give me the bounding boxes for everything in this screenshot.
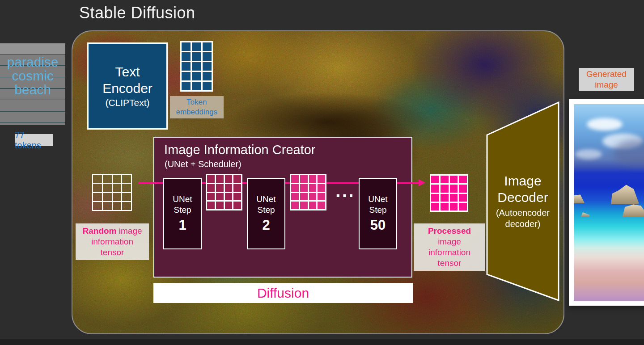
grid-cell <box>207 175 215 183</box>
grid-cell <box>203 42 212 51</box>
grid-cell <box>291 175 299 183</box>
text-encoder-subtitle: (CLIPText) <box>105 97 149 109</box>
grid-cell <box>431 194 439 202</box>
grid-cell <box>112 183 122 192</box>
image-decoder-subtitle: (Autoencoder decoder) <box>487 207 559 230</box>
grid-cell <box>182 52 191 61</box>
processed-tensor-label: Processed image information tensor <box>414 223 485 271</box>
grid-cell <box>207 202 215 209</box>
grid-cell <box>441 194 449 202</box>
grid-cell <box>192 42 201 51</box>
grid-cell <box>233 175 241 183</box>
latent-grid-step2 <box>290 174 326 210</box>
grid-cell <box>203 62 212 71</box>
iic-subtitle: (UNet + Scheduler) <box>165 159 242 169</box>
rock-shape <box>623 204 644 217</box>
grid-cell <box>459 203 467 210</box>
grid-cell <box>203 82 212 90</box>
stable-diffusion-canvas: Text Encoder (CLIPText) Token embeddings… <box>72 30 564 334</box>
grid-cell <box>182 72 191 80</box>
grid-cell <box>182 42 191 51</box>
grid-cell <box>225 202 233 209</box>
grid-cell <box>216 202 224 209</box>
generated-image-label: Generated image <box>579 68 634 91</box>
grid-cell <box>122 183 131 192</box>
grid-cell <box>182 62 191 71</box>
slide: { "page": { "title": "Stable Diffusion" … <box>0 0 644 345</box>
grid-cell <box>192 52 201 61</box>
grid-cell <box>441 185 449 192</box>
grid-cell <box>192 62 201 71</box>
grid-cell <box>192 72 201 80</box>
grid-cell <box>318 184 325 192</box>
grid-cell <box>122 174 131 183</box>
grid-cell <box>225 193 233 201</box>
processed-tensor-label-bold: Processed <box>428 226 471 236</box>
grid-cell <box>93 202 102 210</box>
text-encoder-box: Text Encoder (CLIPText) <box>87 42 168 130</box>
token-embeddings-label: Token embeddings <box>170 96 224 118</box>
grid-cell <box>431 203 439 210</box>
image-decoder-text: Image Decoder (Autoencoder decoder) <box>487 172 559 230</box>
random-tensor-label: Random image information tensor <box>76 223 149 260</box>
random-tensor-label-bold: Random <box>82 226 116 236</box>
unet-step-label: UNet Step <box>253 194 280 215</box>
grid-cell <box>233 184 241 192</box>
grid-cell <box>309 202 317 209</box>
unet-step-number: 2 <box>262 217 270 233</box>
grid-cell <box>459 185 467 192</box>
grid-cell <box>102 174 112 183</box>
grid-cell <box>291 184 299 192</box>
grid-cell <box>203 52 212 61</box>
grid-cell <box>216 184 224 192</box>
ellipsis: ... <box>335 189 353 193</box>
prompt-paper: paradise cosmic beach <box>0 43 65 125</box>
grid-cell <box>216 193 224 201</box>
rock-shape <box>574 194 585 203</box>
grid-cell <box>431 185 439 192</box>
grid-cell <box>459 176 467 183</box>
diffusion-banner: Diffusion <box>153 283 413 303</box>
grid-cell <box>318 202 325 209</box>
grid-cell <box>102 193 112 202</box>
processed-tensor-grid <box>430 174 468 212</box>
grid-cell <box>450 203 458 210</box>
flow-arrowhead-icon <box>419 179 425 186</box>
grid-cell <box>112 193 122 202</box>
grid-cell <box>309 175 317 183</box>
grid-cell <box>203 72 212 80</box>
grid-cell <box>225 175 233 183</box>
grid-cell <box>207 193 215 201</box>
grid-cell <box>450 185 458 192</box>
generated-image-frame <box>569 99 644 306</box>
unet-step-label: UNet Step <box>364 194 391 215</box>
page-title: Stable Diffusion <box>79 4 195 22</box>
grid-cell <box>441 176 449 183</box>
grid-cell <box>182 82 191 90</box>
grid-cell <box>112 174 122 183</box>
cloud-shape <box>575 149 602 159</box>
grid-cell <box>93 193 102 202</box>
grid-cell <box>309 193 317 201</box>
grid-cell <box>192 82 201 90</box>
grid-cell <box>459 194 467 202</box>
iic-title: Image Information Creator <box>164 143 315 157</box>
grid-cell <box>122 202 131 210</box>
latent-grid-step1 <box>206 174 242 210</box>
grid-cell <box>225 184 233 192</box>
grid-cell <box>318 193 325 201</box>
grid-cell <box>431 176 439 183</box>
image-decoder-title: Image Decoder <box>487 172 559 206</box>
grid-cell <box>233 193 241 201</box>
grid-cell <box>291 202 299 209</box>
unet-step-50-box: UNet Step 50 <box>359 178 397 249</box>
grid-cell <box>216 175 224 183</box>
processed-tensor-label-rest: image information tensor <box>428 237 470 268</box>
unet-step-number: 50 <box>370 217 386 233</box>
grid-cell <box>291 193 299 201</box>
unet-step-2-box: UNet Step 2 <box>247 178 285 249</box>
grid-cell <box>207 184 215 192</box>
grid-cell <box>300 184 308 192</box>
cloud-shape <box>587 118 623 130</box>
grid-cell <box>122 193 131 202</box>
